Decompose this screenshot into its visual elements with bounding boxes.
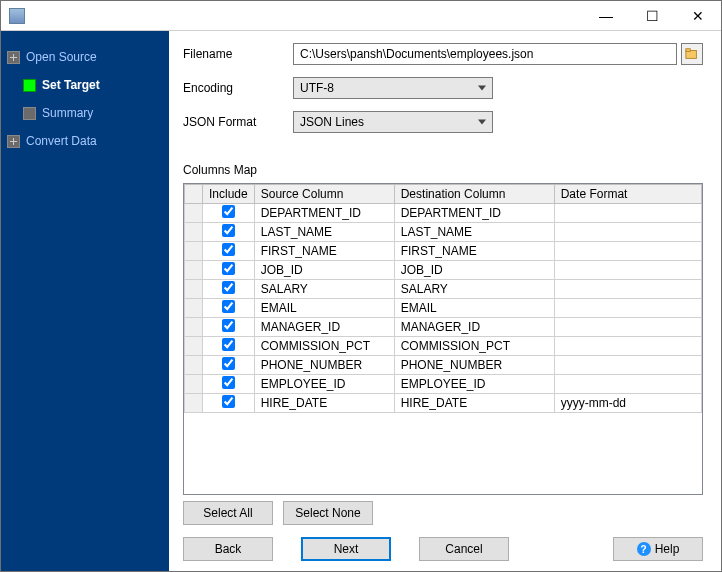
include-checkbox[interactable]	[222, 300, 235, 313]
table-row[interactable]: SALARYSALARY	[185, 280, 702, 299]
table-row[interactable]: JOB_IDJOB_ID	[185, 261, 702, 280]
col-datefmt-header[interactable]: Date Format	[554, 185, 701, 204]
include-checkbox[interactable]	[222, 319, 235, 332]
sidebar-item-label: Set Target	[42, 78, 100, 92]
sidebar-item-label: Open Source	[26, 50, 97, 64]
dest-cell[interactable]: FIRST_NAME	[394, 242, 554, 261]
include-checkbox[interactable]	[222, 357, 235, 370]
open-file-icon	[685, 47, 699, 61]
next-button[interactable]: Next	[301, 537, 391, 561]
table-row[interactable]: LAST_NAMELAST_NAME	[185, 223, 702, 242]
include-checkbox[interactable]	[222, 205, 235, 218]
filename-input[interactable]	[293, 43, 677, 65]
source-cell[interactable]: EMPLOYEE_ID	[254, 375, 394, 394]
row-header	[185, 299, 203, 318]
datefmt-cell[interactable]	[554, 223, 701, 242]
datefmt-cell[interactable]	[554, 337, 701, 356]
minimize-button[interactable]: —	[583, 1, 629, 31]
datefmt-cell[interactable]	[554, 299, 701, 318]
table-row[interactable]: PHONE_NUMBERPHONE_NUMBER	[185, 356, 702, 375]
include-cell	[203, 356, 255, 375]
include-checkbox[interactable]	[222, 243, 235, 256]
col-dest-header[interactable]: Destination Column	[394, 185, 554, 204]
datefmt-cell[interactable]	[554, 261, 701, 280]
browse-button[interactable]	[681, 43, 703, 65]
jsonformat-value: JSON Lines	[300, 115, 364, 129]
source-cell[interactable]: FIRST_NAME	[254, 242, 394, 261]
source-cell[interactable]: SALARY	[254, 280, 394, 299]
row-header	[185, 280, 203, 299]
datefmt-cell[interactable]	[554, 204, 701, 223]
datefmt-cell[interactable]	[554, 280, 701, 299]
table-row[interactable]: DEPARTMENT_IDDEPARTMENT_ID	[185, 204, 702, 223]
dest-cell[interactable]: PHONE_NUMBER	[394, 356, 554, 375]
table-row[interactable]: HIRE_DATEHIRE_DATEyyyy-mm-dd	[185, 394, 702, 413]
help-button[interactable]: ? Help	[613, 537, 703, 561]
wizard-sidebar: Open SourceSet TargetSummaryConvert Data	[1, 31, 169, 571]
chevron-down-icon	[478, 86, 486, 91]
table-row[interactable]: MANAGER_IDMANAGER_ID	[185, 318, 702, 337]
sidebar-item-label: Summary	[42, 106, 93, 120]
close-button[interactable]: ✕	[675, 1, 721, 31]
jsonformat-label: JSON Format	[183, 115, 293, 129]
include-checkbox[interactable]	[222, 376, 235, 389]
datefmt-cell[interactable]	[554, 318, 701, 337]
encoding-select[interactable]: UTF-8	[293, 77, 493, 99]
col-include-header[interactable]: Include	[203, 185, 255, 204]
dest-cell[interactable]: JOB_ID	[394, 261, 554, 280]
tree-node-icon	[7, 135, 20, 148]
row-header	[185, 204, 203, 223]
select-none-button[interactable]: Select None	[283, 501, 373, 525]
include-cell	[203, 261, 255, 280]
sidebar-item-summary[interactable]: Summary	[1, 99, 169, 127]
dest-cell[interactable]: HIRE_DATE	[394, 394, 554, 413]
source-cell[interactable]: EMAIL	[254, 299, 394, 318]
include-checkbox[interactable]	[222, 338, 235, 351]
include-checkbox[interactable]	[222, 224, 235, 237]
dest-cell[interactable]: COMMISSION_PCT	[394, 337, 554, 356]
source-cell[interactable]: PHONE_NUMBER	[254, 356, 394, 375]
table-row[interactable]: EMAILEMAIL	[185, 299, 702, 318]
source-cell[interactable]: DEPARTMENT_ID	[254, 204, 394, 223]
cancel-button[interactable]: Cancel	[419, 537, 509, 561]
datefmt-cell[interactable]	[554, 242, 701, 261]
source-cell[interactable]: COMMISSION_PCT	[254, 337, 394, 356]
maximize-button[interactable]: ☐	[629, 1, 675, 31]
sidebar-item-convert-data[interactable]: Convert Data	[1, 127, 169, 155]
back-button[interactable]: Back	[183, 537, 273, 561]
table-row[interactable]: FIRST_NAMEFIRST_NAME	[185, 242, 702, 261]
include-cell	[203, 394, 255, 413]
include-checkbox[interactable]	[222, 395, 235, 408]
row-header	[185, 318, 203, 337]
datefmt-cell[interactable]	[554, 356, 701, 375]
dest-cell[interactable]: DEPARTMENT_ID	[394, 204, 554, 223]
chevron-down-icon	[478, 120, 486, 125]
include-checkbox[interactable]	[222, 281, 235, 294]
filename-label: Filename	[183, 47, 293, 61]
table-row[interactable]: COMMISSION_PCTCOMMISSION_PCT	[185, 337, 702, 356]
source-cell[interactable]: HIRE_DATE	[254, 394, 394, 413]
include-cell	[203, 280, 255, 299]
sidebar-item-set-target[interactable]: Set Target	[1, 71, 169, 99]
sidebar-item-open-source[interactable]: Open Source	[1, 43, 169, 71]
jsonformat-select[interactable]: JSON Lines	[293, 111, 493, 133]
titlebar: — ☐ ✕	[1, 1, 721, 31]
source-cell[interactable]: JOB_ID	[254, 261, 394, 280]
select-all-button[interactable]: Select All	[183, 501, 273, 525]
datefmt-cell[interactable]: yyyy-mm-dd	[554, 394, 701, 413]
table-row[interactable]: EMPLOYEE_IDEMPLOYEE_ID	[185, 375, 702, 394]
columns-grid[interactable]: Include Source Column Destination Column…	[183, 183, 703, 495]
col-source-header[interactable]: Source Column	[254, 185, 394, 204]
row-header	[185, 356, 203, 375]
include-checkbox[interactable]	[222, 262, 235, 275]
include-cell	[203, 223, 255, 242]
dest-cell[interactable]: LAST_NAME	[394, 223, 554, 242]
dest-cell[interactable]: EMPLOYEE_ID	[394, 375, 554, 394]
dest-cell[interactable]: MANAGER_ID	[394, 318, 554, 337]
source-cell[interactable]: MANAGER_ID	[254, 318, 394, 337]
dest-cell[interactable]: EMAIL	[394, 299, 554, 318]
source-cell[interactable]: LAST_NAME	[254, 223, 394, 242]
dest-cell[interactable]: SALARY	[394, 280, 554, 299]
tree-node-icon	[23, 107, 36, 120]
datefmt-cell[interactable]	[554, 375, 701, 394]
